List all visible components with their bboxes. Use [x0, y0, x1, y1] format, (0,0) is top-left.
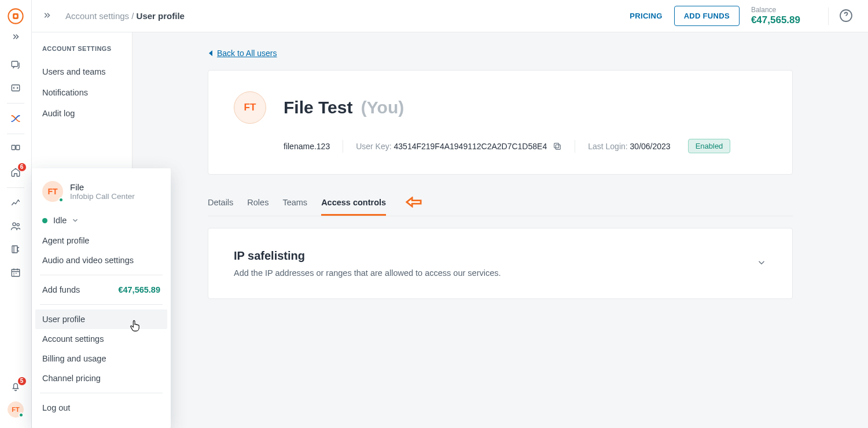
svg-rect-5 [12, 145, 15, 150]
account-popover: FT File Infobip Call Center Idle Agent p… [32, 168, 171, 428]
nav-home-badge: 6 [18, 163, 26, 171]
popover-org: Infobip Call Center [70, 192, 135, 201]
popover-avatar: FT [42, 181, 63, 202]
ip-safelisting-card[interactable]: IP safelisting Add the IP addresses or r… [208, 228, 793, 299]
svg-rect-4 [12, 85, 20, 91]
menu-balance-amount: €47,565.89 [118, 285, 160, 294]
brand-logo-icon[interactable] [8, 8, 24, 24]
breadcrumb-current: User profile [137, 11, 185, 21]
menu-add-funds[interactable]: Add funds €47,565.89 [32, 280, 171, 300]
nav-bell-icon[interactable]: 5 [0, 375, 32, 398]
breadcrumb: Account settings / User profile [65, 11, 185, 21]
username: filename.123 [284, 142, 330, 151]
expand-rail-icon[interactable] [0, 28, 32, 47]
ip-safelisting-title: IP safelisting [234, 249, 501, 263]
svg-point-2 [14, 15, 17, 18]
menu-user-profile[interactable]: User profile [35, 309, 167, 329]
back-to-users-link[interactable]: Back to All users [208, 49, 277, 58]
collapse-sidebar-icon[interactable] [39, 8, 55, 24]
tab-details[interactable]: Details [208, 191, 233, 216]
user-key-label: User Key: [356, 142, 391, 151]
sidebar-item-audit-log[interactable]: Audit log [42, 103, 132, 124]
presence-dot-icon [42, 218, 47, 223]
cursor-hand-icon [130, 320, 140, 333]
tab-teams[interactable]: Teams [282, 191, 307, 216]
nav-db-icon[interactable] [0, 238, 32, 261]
menu-billing[interactable]: Billing and usage [32, 349, 171, 368]
balance-display: Balance €47,565.89 [751, 6, 800, 25]
svg-rect-13 [554, 143, 559, 147]
nav-routes-icon[interactable] [0, 107, 32, 130]
status-badge: Enabled [688, 139, 731, 153]
svg-point-8 [17, 223, 19, 226]
nav-messages-icon[interactable] [0, 53, 32, 76]
sidebar-item-notifications[interactable]: Notifications [42, 82, 132, 103]
profile-tabs: Details Roles Teams Access controls [208, 191, 793, 216]
profile-avatar: FT [234, 91, 266, 124]
menu-channel-pricing[interactable]: Channel pricing [32, 368, 171, 388]
settings-heading: ACCOUNT SETTINGS [42, 45, 132, 52]
nav-people-icon[interactable] [0, 215, 32, 238]
status-selector[interactable]: Idle [32, 210, 171, 231]
nav-avatar-initials: FT [12, 406, 19, 413]
user-key-value: 43514F219F4A1949112C2A2D7C1D58E4 [394, 142, 547, 151]
back-link-label: Back to All users [217, 49, 277, 58]
sidebar-item-users-teams[interactable]: Users and teams [42, 61, 132, 82]
profile-name: File Test [284, 98, 352, 117]
svg-rect-9 [12, 246, 17, 253]
breadcrumb-parent[interactable]: Account settings / [65, 11, 134, 21]
menu-av-settings[interactable]: Audio and video settings [32, 250, 171, 270]
tab-roles[interactable]: Roles [247, 191, 269, 216]
svg-rect-10 [12, 270, 20, 276]
balance-amount: €47,565.89 [751, 14, 800, 26]
menu-log-out[interactable]: Log out [32, 398, 171, 418]
ip-safelisting-desc: Add the IP addresses or ranges that are … [234, 268, 501, 278]
menu-add-funds-label: Add funds [42, 285, 80, 294]
svg-rect-6 [16, 145, 20, 150]
profile-title: File Test (You) [284, 98, 404, 117]
presence-dot-icon [58, 197, 64, 202]
chevron-down-icon[interactable] [756, 257, 767, 268]
popover-name: File [70, 182, 135, 192]
annotation-arrow-icon [406, 197, 422, 208]
svg-rect-3 [12, 61, 18, 67]
svg-rect-12 [556, 145, 561, 149]
nav-avatar-button[interactable]: FT [0, 398, 32, 421]
you-suffix: (You) [361, 98, 404, 117]
nav-code-icon[interactable] [0, 76, 32, 99]
tab-access-controls[interactable]: Access controls [321, 191, 386, 216]
last-login-value: 30/06/2023 [630, 142, 671, 151]
balance-label: Balance [751, 6, 800, 14]
status-label: Idle [53, 216, 67, 225]
nav-analytics-icon[interactable] [0, 191, 32, 215]
copy-icon[interactable] [553, 142, 562, 151]
nav-home-icon[interactable]: 6 [0, 161, 32, 184]
last-login-label: Last Login: [588, 142, 628, 151]
profile-card: FT File Test (You) filename.123 User Key… [208, 70, 793, 175]
presence-dot-icon [19, 412, 24, 418]
add-funds-button[interactable]: ADD FUNDS [674, 6, 740, 26]
nav-bell-badge: 5 [18, 377, 26, 385]
nav-calendar-icon[interactable] [0, 261, 32, 284]
help-icon[interactable] [839, 9, 854, 24]
menu-agent-profile[interactable]: Agent profile [32, 231, 171, 250]
menu-account-settings[interactable]: Account settings [32, 329, 171, 349]
nav-reports-icon[interactable] [0, 138, 32, 161]
pricing-link[interactable]: PRICING [630, 12, 662, 20]
svg-point-7 [13, 223, 16, 226]
